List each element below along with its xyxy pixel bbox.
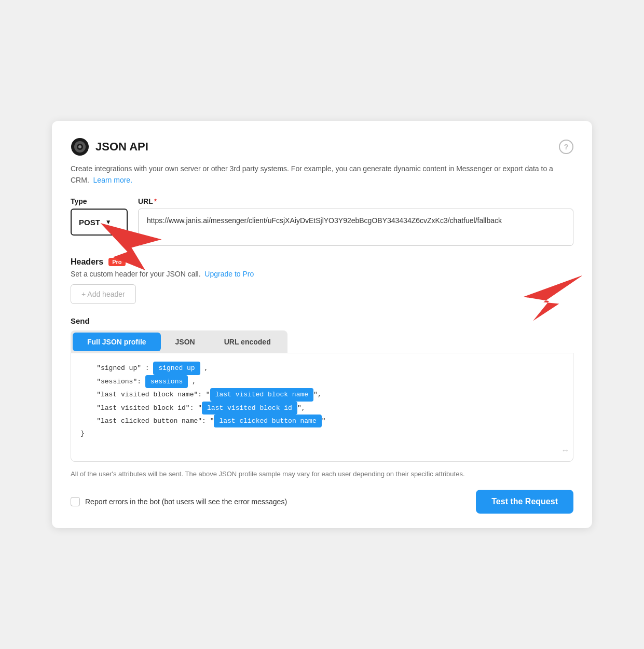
type-value: POST	[79, 218, 100, 227]
page-title: JSON API	[95, 140, 148, 154]
description-text: Create integrations with your own server…	[71, 163, 573, 186]
add-header-button[interactable]: + Add header	[71, 284, 136, 304]
json-line-last-visited-block-name: "last visited block name": "last visited…	[80, 388, 564, 401]
type-label: Type	[71, 197, 128, 205]
json-line-close-brace: }	[80, 427, 564, 439]
headers-row: Headers Pro	[71, 257, 573, 267]
tag-last-visited-block-id: last visited block id	[202, 402, 297, 415]
tag-signed-up: signed up	[153, 362, 200, 375]
send-label: Send	[71, 316, 573, 325]
type-field-group: Type POST ▼	[71, 197, 128, 236]
test-request-button[interactable]: Test the Request	[476, 490, 573, 514]
error-reporting-label: Report errors in the bot (bot users will…	[85, 498, 287, 506]
header-row: JSON API ?	[71, 137, 573, 156]
json-line-signed-up: "signed up" : signed up ,	[80, 362, 564, 375]
headers-label: Headers	[71, 257, 103, 267]
required-star: *	[154, 197, 157, 205]
json-api-logo-icon	[71, 137, 89, 156]
tab-full-json-profile[interactable]: Full JSON profile	[73, 333, 161, 351]
tab-url-encoded[interactable]: URL encoded	[210, 333, 285, 351]
tab-json[interactable]: JSON	[161, 333, 210, 351]
tag-last-clicked-button-name: last clicked button name	[214, 415, 321, 427]
svg-point-3	[78, 145, 81, 148]
tabs-and-json: Full JSON profile JSON URL encoded "sign…	[71, 330, 573, 462]
tag-sessions: sessions	[145, 375, 188, 388]
error-reporting-checkbox[interactable]	[71, 497, 80, 506]
json-line-last-clicked-button-name: "last clicked button name": "last clicke…	[80, 415, 564, 427]
tag-last-visited-block-name: last visited block name	[210, 388, 313, 401]
error-reporting-row: Report errors in the bot (bot users will…	[71, 497, 287, 506]
type-select[interactable]: POST ▼	[71, 209, 128, 236]
json-line-last-visited-block-id: "last visited block id": "last visited b…	[80, 402, 564, 415]
json-line-sessions: "sessions": sessions ,	[80, 375, 564, 388]
learn-more-link[interactable]: Learn more.	[93, 176, 132, 184]
send-tabs: Full JSON profile JSON URL encoded	[71, 330, 287, 353]
json-preview-area: "signed up" : signed up , "sessions": se…	[71, 353, 573, 462]
url-input[interactable]: https://www.janis.ai/messenger/client/uF…	[138, 209, 573, 246]
help-button[interactable]: ?	[559, 140, 573, 154]
pro-badge: Pro	[108, 258, 125, 266]
json-note: All of the user's attributes will be sen…	[71, 469, 573, 479]
header-left: JSON API	[71, 137, 148, 156]
upgrade-to-pro-link[interactable]: Upgrade to Pro	[204, 270, 254, 278]
bottom-row: Report errors in the bot (bot users will…	[71, 490, 573, 514]
send-section: Send Full JSON profile JSON URL encoded …	[71, 316, 573, 462]
url-label: URL*	[138, 197, 573, 205]
chevron-down-icon: ▼	[105, 218, 112, 226]
type-url-row: Type POST ▼ URL* https://www.janis.ai/me…	[71, 197, 573, 246]
url-field-group: URL* https://www.janis.ai/messenger/clie…	[138, 197, 573, 246]
headers-description: Set a custom header for your JSON call. …	[71, 270, 573, 278]
